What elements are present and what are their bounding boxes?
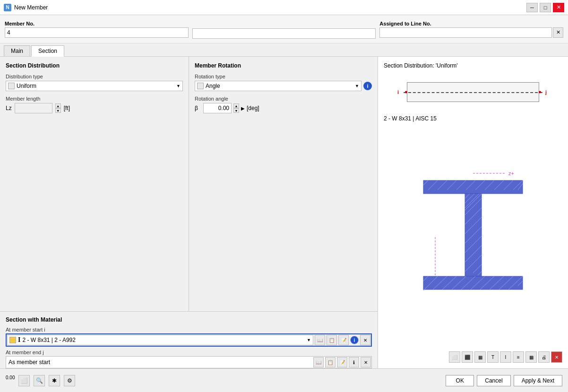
beta-right-arrow[interactable]: ▶ (241, 106, 245, 111)
view-btn-print[interactable]: 🖨 (538, 351, 550, 363)
at-end-copy-btn[interactable]: 📋 (325, 357, 336, 367)
coord-display: 0.00 (6, 375, 15, 386)
bottom-icon-3[interactable]: ✱ (49, 375, 60, 386)
at-end-input-row: As member start 📖 📋 📝 ℹ ✕ (6, 356, 372, 368)
tabs-row: Main Section (0, 43, 568, 57)
right-panel-toolbar: ⬜ ⬛ ▦ T I ≡ ▦ 🖨 ✕ (384, 351, 562, 363)
at-end-select[interactable]: As member start (7, 357, 312, 367)
member-rot-header: Member Rotation (195, 62, 372, 69)
view-btn-4[interactable]: T (487, 351, 499, 363)
svg-text:z+: z+ (508, 170, 514, 176)
member-rect (407, 82, 539, 102)
at-end-info-btn[interactable]: ℹ (349, 357, 359, 367)
titlebar: N New Member ─ □ ✕ (0, 0, 568, 15)
lz-input[interactable] (15, 103, 52, 113)
view-btn-5[interactable]: I (500, 351, 511, 363)
assigned-line-field: Assigned to Line No. ✕ (379, 21, 563, 38)
bottom-icon-2[interactable]: 🔍 (34, 375, 45, 386)
member-header-row: Member No. Assigned to Line No. ✕ (0, 15, 568, 43)
lz-label: Lz (6, 105, 12, 111)
section-dist-header: Section Distribution (6, 62, 183, 69)
beta-unit: [deg] (247, 105, 259, 111)
close-button[interactable]: ✕ (553, 3, 564, 12)
section-distribution-panel: Section Distribution Distribution type U… (0, 57, 189, 311)
lz-spinners: ▲ ▼ (55, 103, 61, 113)
rotation-input-row: β ▲ ▼ ▶ [deg] (195, 103, 372, 113)
view-btn-6[interactable]: ≡ (513, 351, 524, 363)
cancel-button[interactable]: Cancel (477, 375, 510, 386)
beta-down[interactable]: ▼ (233, 108, 239, 113)
view-btn-7[interactable]: ▦ (525, 351, 537, 363)
app-icon: N (4, 4, 11, 11)
at-start-info-btn[interactable]: i (350, 336, 359, 344)
at-start-edit-btn[interactable]: 📝 (338, 335, 349, 345)
bottom-bar: 0.00 ⬜ 🔍 ✱ ⚙ OK Cancel Apply & Next (0, 368, 568, 392)
member-middle-input[interactable] (192, 28, 376, 39)
assigned-line-icon-btn[interactable]: ✕ (553, 27, 563, 38)
member-length-label: Member length (6, 96, 183, 102)
at-end-row: At member end j As member start 📖 📋 📝 ℹ … (6, 349, 372, 368)
main-wrapper: Member No. Assigned to Line No. ✕ Main S… (0, 15, 568, 392)
rot-type-group: Rotation type Angle ▼ i (195, 74, 372, 91)
view-btn-1[interactable]: ⬜ (449, 351, 460, 363)
rot-type-select[interactable]: Angle ▼ (195, 81, 361, 91)
window-title: New Member (14, 4, 524, 11)
at-start-delete-btn[interactable]: ✕ (360, 335, 370, 345)
ok-button[interactable]: OK (446, 375, 474, 386)
member-dot-i (405, 91, 407, 94)
content-area: Section Distribution Distribution type U… (0, 57, 568, 368)
at-end-delete-btn[interactable]: ✕ (361, 357, 371, 367)
ibeam-svg: z+ y (412, 164, 534, 310)
member-no-label: Member No. (5, 21, 189, 26)
member-line (404, 92, 542, 93)
at-start-book-btn[interactable]: 📖 (315, 335, 325, 345)
left-top: Section Distribution Distribution type U… (0, 57, 378, 312)
member-length-group: Member length Lz ▲ ▼ [ft] (6, 96, 183, 113)
at-start-value: 2 - W 8x31 | 2 - A992 (22, 337, 76, 343)
lz-up[interactable]: ▲ (55, 103, 61, 108)
at-start-dropdown-arrow: ▼ (307, 338, 311, 342)
bottom-icon-4[interactable]: ⚙ (64, 375, 75, 386)
at-start-select[interactable]: I 2 - W 8x31 | 2 - A992 ▼ (7, 335, 313, 345)
minimize-button[interactable]: ─ (526, 3, 538, 12)
tab-section[interactable]: Section (31, 45, 64, 57)
window-controls: ─ □ ✕ (526, 3, 564, 12)
section-name: 2 - W 8x31 | AISC 15 (384, 115, 562, 122)
member-label-j: j (545, 89, 547, 95)
right-panel: Section Distribution: 'Uniform' i j 2 - … (378, 57, 568, 368)
at-start-copy-btn[interactable]: 📋 (327, 335, 337, 345)
rot-angle-label: Rotation angle (195, 96, 372, 102)
member-diagram: i j (384, 76, 562, 109)
rot-color-box (197, 83, 204, 89)
rot-type-info-btn[interactable]: i (363, 82, 372, 90)
left-panel: Section Distribution Distribution type U… (0, 57, 378, 368)
beta-input[interactable] (203, 103, 232, 113)
member-label-i: i (397, 89, 399, 95)
apply-next-button[interactable]: Apply & Next (514, 375, 562, 386)
member-no-input[interactable] (5, 27, 189, 38)
rot-dropdown-arrow: ▼ (355, 84, 359, 88)
tab-main[interactable]: Main (4, 45, 30, 56)
diagram-container: i j (407, 82, 539, 102)
at-end-value: As member start (9, 359, 50, 366)
view-btn-3[interactable]: ▦ (474, 351, 486, 363)
member-dot-j (539, 91, 541, 94)
dist-type-select[interactable]: Uniform ▼ (6, 81, 183, 91)
maximize-button[interactable]: □ (540, 3, 551, 12)
dist-color-box (8, 83, 15, 89)
beta-up[interactable]: ▲ (233, 103, 239, 108)
assigned-line-label: Assigned to Line No. (379, 21, 563, 26)
section-material-panel: Section with Material At member start i … (0, 312, 378, 368)
member-rotation-panel: Member Rotation Rotation type Angle ▼ i (189, 57, 378, 311)
section-mat-header: Section with Material (6, 316, 372, 323)
view-btn-close[interactable]: ✕ (551, 351, 562, 363)
dist-dropdown-arrow: ▼ (176, 84, 181, 88)
assigned-line-input[interactable] (379, 27, 552, 38)
at-end-edit-btn[interactable]: 📝 (337, 357, 347, 367)
view-btn-2[interactable]: ⬛ (462, 351, 473, 363)
lz-down[interactable]: ▼ (55, 108, 61, 113)
bottom-icon-1[interactable]: ⬜ (18, 375, 30, 386)
lz-row: Lz ▲ ▼ [ft] (6, 103, 183, 113)
lz-unit: [ft] (64, 105, 70, 111)
at-end-book-btn[interactable]: 📖 (313, 357, 324, 367)
